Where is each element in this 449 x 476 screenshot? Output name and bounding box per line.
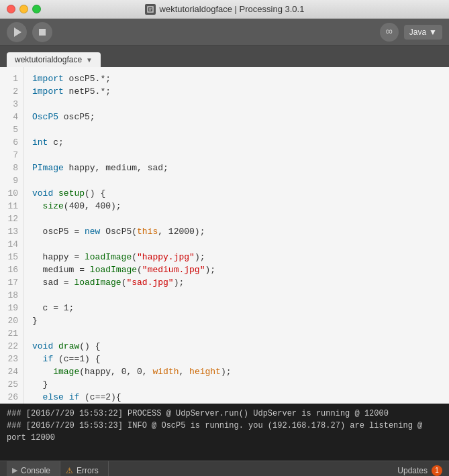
console-line: ### [2016/7/20 15:53:22] PROCESS @ UdpSe… [7,408,442,420]
tab-main[interactable]: wektutorialdogface ▼ [7,52,101,67]
code-line: sad = loadImage("sad.jpg"); [32,276,441,289]
code-line: } [32,314,441,327]
toolbar-right: ∞ Java ▼ [380,23,442,42]
code-line: image(happy, 0, 0, width, height); [32,365,441,378]
code-line [32,327,441,340]
window-controls [7,5,41,13]
console-tab[interactable]: ▶ Console [7,461,60,476]
code-line: else if (c==2){ [32,391,441,404]
line-number: 24 [5,365,18,378]
code-line: c = 1; [32,302,441,314]
stop-icon [39,29,46,36]
line-number: 13 [5,225,18,238]
code-line [32,123,441,136]
line-number: 16 [5,263,18,276]
line-number: 12 [5,213,18,225]
line-number: 17 [5,276,18,289]
line-number: 25 [5,378,18,391]
code-line: happy = loadImage("happy.jpg"); [32,251,441,263]
maximize-button[interactable] [32,5,41,13]
warning-icon: ⚠ [66,466,73,475]
line-number: 11 [5,200,18,213]
close-button[interactable] [7,5,15,13]
code-line [32,174,441,187]
code-line [32,238,441,251]
code-line: medium = loadImage("medium.jpg"); [32,263,441,276]
code-line: } [32,378,441,391]
line-numbers: 1234567891011121314151617181920212223242… [0,67,24,404]
title-text: wektutorialdogface | Processing 3.0.1 [160,4,305,14]
line-number: 14 [5,238,18,251]
tab-label: wektutorialdogface [15,55,82,64]
line-number: 18 [5,289,18,302]
play-icon [14,27,21,37]
updates-area[interactable]: Updates 1 [397,465,442,476]
code-line: import netP5.*; [32,85,441,98]
code-line [32,98,441,111]
console-tab-label: Console [21,466,50,475]
console-tab-icon: ▶ [12,466,17,475]
statusbar: ▶ Console ⚠ Errors Updates 1 [0,461,449,476]
console-line: ### [2016/7/20 15:53:23] INFO @ OscP5 is… [7,420,442,444]
line-number: 20 [5,314,18,327]
line-number: 19 [5,302,18,314]
window-title: wektutorialdogface | Processing 3.0.1 [145,4,305,15]
line-number: 10 [5,187,18,200]
code-line: PImage happy, medium, sad; [32,162,441,174]
line-number: 3 [5,98,18,111]
line-number: 15 [5,251,18,263]
line-number: 21 [5,327,18,340]
line-number: 6 [5,136,18,149]
code-line: void setup() { [32,187,441,200]
updates-count: 1 [435,467,439,474]
line-number: 1 [5,72,18,85]
app-icon [145,4,156,15]
tab-arrow-icon: ▼ [86,56,93,64]
tabbar: wektutorialdogface ▼ [0,46,449,67]
errors-tab-label: Errors [77,466,99,475]
stop-button[interactable] [32,22,52,42]
line-number: 26 [5,391,18,404]
code-line: oscP5 = new OscP5(this, 12000); [32,225,441,238]
code-line [32,289,441,302]
svg-rect-0 [148,7,153,12]
code-line: if (c==1) { [32,353,441,365]
updates-label: Updates [397,466,428,475]
infinity-icon: ∞ [380,23,399,42]
line-number: 8 [5,162,18,174]
line-number: 23 [5,353,18,365]
updates-badge: 1 [432,465,442,476]
code-line: OscP5 oscP5; [32,111,441,123]
line-number: 22 [5,340,18,353]
line-number: 4 [5,111,18,123]
toolbar: ∞ Java ▼ [0,19,449,46]
chevron-down-icon: ▼ [429,27,437,37]
mode-label: Java [409,27,426,37]
code-line [32,213,441,225]
code-line: int c; [32,136,441,149]
code-line: import oscP5.*; [32,72,441,85]
play-button[interactable] [7,22,27,42]
minimize-button[interactable] [19,5,28,13]
code-line: void draw() { [32,340,441,353]
infinity-symbol: ∞ [386,26,393,38]
line-number: 7 [5,149,18,162]
titlebar: wektutorialdogface | Processing 3.0.1 [0,0,449,19]
code-content[interactable]: import oscP5.*;import netP5.*; OscP5 osc… [24,67,449,404]
console-area: ### [2016/7/20 15:53:22] PROCESS @ UdpSe… [0,404,449,461]
code-editor: 1234567891011121314151617181920212223242… [0,67,449,404]
line-number: 5 [5,123,18,136]
mode-button[interactable]: Java ▼ [404,25,442,40]
line-number: 2 [5,85,18,98]
line-number: 9 [5,174,18,187]
code-line [32,149,441,162]
code-area: 1234567891011121314151617181920212223242… [0,67,449,404]
code-line: size(400, 400); [32,200,441,213]
errors-tab[interactable]: ⚠ Errors [60,461,109,476]
